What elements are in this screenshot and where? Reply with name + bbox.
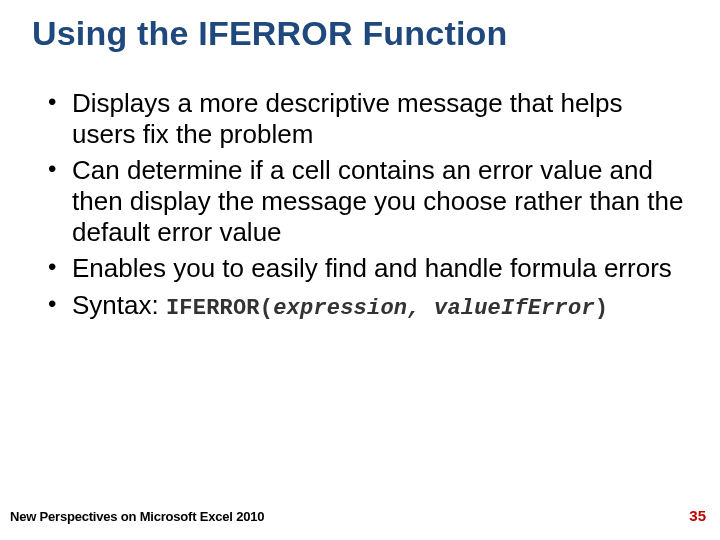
slide-title: Using the IFERROR Function (32, 14, 508, 53)
bullet-list: Displays a more descriptive message that… (44, 88, 684, 322)
slide-body: Displays a more descriptive message that… (44, 88, 684, 328)
footer-source: New Perspectives on Microsoft Excel 2010 (10, 509, 264, 524)
syntax-args: expression, valueIfError (273, 296, 595, 321)
syntax-close: ) (595, 296, 608, 321)
bullet-item: Enables you to easily find and handle fo… (44, 253, 684, 284)
syntax-label: Syntax: (72, 290, 159, 320)
bullet-item-syntax: Syntax: IFERROR(expression, valueIfError… (44, 290, 684, 322)
bullet-item: Displays a more descriptive message that… (44, 88, 684, 149)
bullet-item: Can determine if a cell contains an erro… (44, 155, 684, 247)
syntax-code: IFERROR(expression, valueIfError) (166, 296, 608, 321)
page-number: 35 (689, 507, 706, 524)
slide: Using the IFERROR Function Displays a mo… (0, 0, 720, 540)
syntax-func: IFERROR( (166, 296, 273, 321)
